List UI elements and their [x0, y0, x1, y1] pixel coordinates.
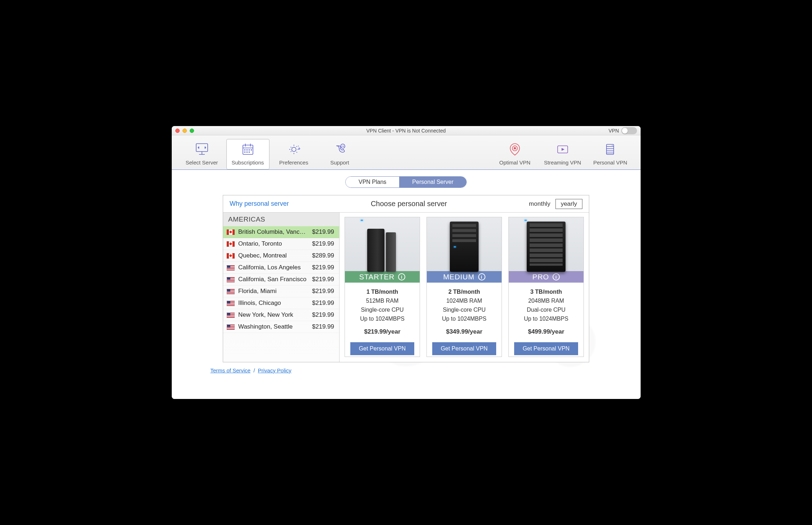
plan-card-pro: PROi3 TB/month2048MB RAMDual-core CPUUp … — [508, 217, 584, 357]
region-row[interactable]: Washington, Seattle$219.99 — [223, 321, 339, 333]
region-row[interactable]: Quebec, Montreal$289.99 — [223, 250, 339, 262]
spec-ram: 2048MB RAM — [524, 297, 568, 306]
plan-tier-name: PRO — [532, 273, 549, 281]
region-price: $219.99 — [312, 240, 336, 247]
plan-tier-name: MEDIUM — [443, 273, 474, 281]
plan-tier-name: STARTER — [359, 273, 395, 281]
toolbar-label: Preferences — [279, 159, 308, 166]
region-row[interactable]: Ontario, Toronto$219.99 — [223, 238, 339, 250]
region-row[interactable]: Illinois, Chicago$219.99 — [223, 297, 339, 309]
toolbar-label: Select Server — [185, 159, 218, 166]
zoom-window-button[interactable] — [190, 129, 194, 133]
flag-icon — [227, 253, 235, 259]
plan-tier-header: PROi — [509, 271, 583, 283]
flag-icon — [227, 241, 235, 247]
spec-cpu: Single-core CPU — [360, 306, 405, 315]
footer-links: Terms of Service / Privacy Policy — [185, 367, 628, 373]
spec-bandwidth: 2 TB/month — [442, 288, 486, 297]
segment-personal-server[interactable]: Personal Server — [399, 177, 466, 187]
select-server-icon — [194, 141, 210, 157]
region-row[interactable]: New York, New York$219.99 — [223, 309, 339, 321]
spec-ram: 512MB RAM — [360, 297, 405, 306]
privacy-policy-link[interactable]: Privacy Policy — [258, 367, 291, 373]
close-window-button[interactable] — [175, 129, 180, 133]
region-price: $219.99 — [312, 264, 336, 271]
region-name: California, San Francisco — [238, 276, 309, 283]
personal-server-panel: Why personal server Choose personal serv… — [223, 195, 589, 362]
plan-image — [509, 217, 583, 271]
toolbar-select-server[interactable]: Select Server — [180, 139, 223, 169]
optimal-vpn-icon — [507, 141, 523, 157]
toolbar-label: Optimal VPN — [499, 159, 531, 166]
plan-card-medium: MEDIUMi2 TB/month1024MB RAMSingle-core C… — [426, 217, 502, 357]
region-price: $219.99 — [312, 288, 336, 295]
flag-icon — [227, 324, 235, 330]
region-price: $219.99 — [312, 276, 336, 283]
region-name: New York, New York — [238, 311, 309, 319]
toolbar-streaming-vpn[interactable]: Streaming VPN — [539, 139, 586, 169]
spec-speed: Up to 1024MBPS — [360, 315, 405, 324]
region-price: $289.99 — [312, 252, 336, 259]
info-icon[interactable]: i — [553, 273, 560, 280]
spec-speed: Up to 1024MBPS — [442, 315, 486, 324]
why-personal-server-link[interactable]: Why personal server — [230, 200, 289, 208]
spec-bandwidth: 3 TB/month — [524, 288, 568, 297]
plan-specs: 2 TB/month1024MB RAMSingle-core CPUUp to… — [440, 283, 489, 342]
panel-title: Choose personal server — [289, 200, 529, 208]
plan-price: $499.99/year — [524, 327, 568, 336]
footer-separator: / — [253, 367, 255, 373]
plan-tier-header: MEDIUMi — [427, 271, 502, 283]
toolbar-subscriptions[interactable]: Subscriptions — [226, 139, 269, 169]
toolbar-optimal-vpn[interactable]: Optimal VPN — [493, 139, 536, 169]
svg-point-15 — [612, 145, 613, 146]
vpn-status-label: VPN — [609, 128, 619, 134]
window-controls — [175, 129, 194, 133]
toolbar-label: Streaming VPN — [544, 159, 581, 166]
svg-text:24: 24 — [341, 145, 344, 148]
flag-icon — [227, 289, 235, 294]
svg-rect-7 — [246, 152, 248, 153]
plan-cards: STARTERi1 TB/month512MB RAMSingle-core C… — [340, 213, 589, 362]
svg-rect-2 — [244, 149, 245, 150]
region-name: California, Los Angeles — [238, 264, 309, 271]
region-row[interactable]: California, San Francisco$219.99 — [223, 274, 339, 285]
app-window: VPN Client - VPN is Not Connected VPN Se… — [172, 126, 641, 399]
region-list: AMERICAS British Columbia, Vanc…$219.99O… — [223, 213, 340, 362]
region-row[interactable]: Florida, Miami$219.99 — [223, 285, 339, 297]
toolbar-personal-vpn[interactable]: Personal VPN — [589, 139, 632, 169]
region-price: $219.99 — [312, 228, 336, 236]
period-yearly[interactable]: yearly — [555, 199, 582, 209]
period-monthly[interactable]: monthly — [529, 200, 550, 208]
toolbar-label: Personal VPN — [593, 159, 627, 166]
personal-vpn-icon — [602, 141, 618, 157]
region-name: British Columbia, Vanc… — [238, 228, 309, 236]
segment-vpn-plans[interactable]: VPN Plans — [346, 177, 399, 187]
region-row[interactable]: British Columbia, Vanc…$219.99 — [223, 226, 339, 238]
flag-icon — [227, 312, 235, 318]
info-icon[interactable]: i — [398, 273, 405, 280]
content-area: VPN Plans Personal Server Why personal s… — [172, 170, 641, 399]
flag-icon — [227, 265, 235, 270]
preferences-icon — [286, 141, 302, 157]
plan-type-segmented: VPN Plans Personal Server — [345, 176, 467, 188]
get-personal-vpn-button[interactable]: Get Personal VPN — [514, 342, 578, 355]
vpn-toggle[interactable] — [621, 127, 637, 134]
svg-point-9 — [292, 147, 296, 152]
region-row[interactable]: California, Los Angeles$219.99 — [223, 262, 339, 274]
toolbar-support[interactable]: 24Support — [318, 139, 361, 169]
svg-rect-8 — [249, 152, 250, 153]
info-icon[interactable]: i — [478, 273, 485, 280]
spec-speed: Up to 1024MBPS — [524, 315, 568, 324]
terms-of-service-link[interactable]: Terms of Service — [211, 367, 251, 373]
toolbar: Select ServerSubscriptionsPreferences24S… — [172, 135, 641, 170]
toolbar-preferences[interactable]: Preferences — [272, 139, 315, 169]
panel-header: Why personal server Choose personal serv… — [223, 195, 589, 213]
titlebar: VPN Client - VPN is Not Connected VPN — [172, 126, 641, 135]
get-personal-vpn-button[interactable]: Get Personal VPN — [350, 342, 415, 355]
get-personal-vpn-button[interactable]: Get Personal VPN — [432, 342, 497, 355]
region-price: $219.99 — [312, 311, 336, 319]
toolbar-label: Support — [330, 159, 349, 166]
svg-rect-0 — [196, 144, 208, 152]
minimize-window-button[interactable] — [183, 129, 187, 133]
svg-rect-4 — [249, 149, 250, 150]
